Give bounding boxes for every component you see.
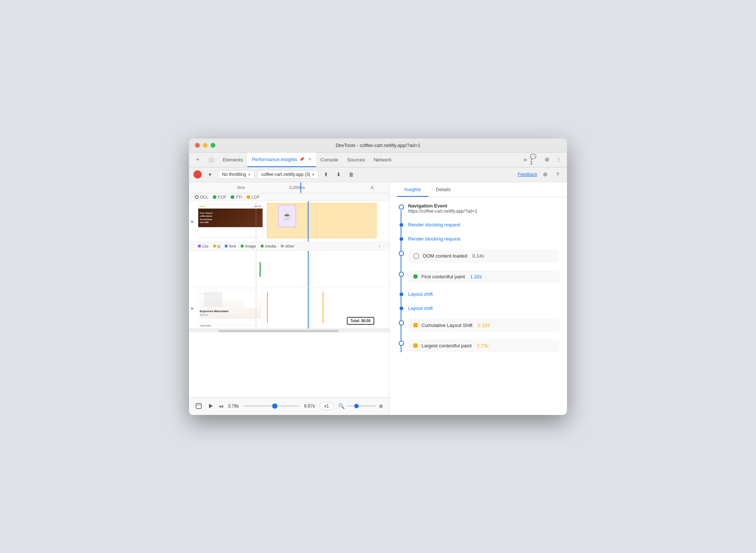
feedback-link[interactable]: Feedback [518,172,537,177]
tab-performance[interactable]: Performance insights 📌 ✕ [247,153,316,167]
lcp-card-value: 2.73s [477,343,489,349]
tab-console-label: Console [320,157,338,163]
font-dot [225,245,228,248]
layout-shift-2-link[interactable]: Layout shift [408,305,433,311]
track-expand-3[interactable]: ▶ [189,304,196,312]
feedback-icon-btn[interactable]: 💬 1 [530,154,540,165]
lcp-card-icon [413,343,418,348]
tab-cursor-tool[interactable]: ⌖ [192,153,203,167]
record-dropdown[interactable]: ▾ [205,169,215,180]
insight-render-block-1: Render blocking request [408,221,560,228]
url-dropdown[interactable]: coffee-cart.netlify.app (3) ▾ [257,170,319,179]
insights-tabs: Insights Details [390,182,567,197]
insight-navigation: Navigation Event https://coffee-cart.net… [408,203,560,214]
network-bar-font [260,262,261,277]
throttling-arrow: ▾ [248,173,250,177]
toolbar: ▾ No throttling ▾ coffee-cart.netlify.ap… [189,167,567,182]
current-time: 3.78s [228,403,239,409]
more-tabs-button[interactable]: » [521,153,530,167]
screenshot-icon [195,403,202,409]
insight-render-block-2: Render blocking request [408,235,560,242]
render-block-1-link[interactable]: Render blocking request [408,222,460,228]
render-block-2-dot [400,237,403,241]
timeline-panel: 0ms 3,200ms 6, DCL FCP TTI [189,182,390,415]
insights-tab-insights[interactable]: Insights [397,182,428,197]
legend-media: media [261,244,276,248]
end-time: 6.67s [304,403,315,409]
dashed-line-2 [256,251,256,288]
help-icon[interactable]: ? [553,170,563,179]
download-icon[interactable]: ⬇ [334,170,343,179]
scrollbar-thumb[interactable] [219,330,339,332]
track-expand-2[interactable] [189,265,196,273]
fcp-card-value: 1.32s [470,274,482,279]
coffee-hero: Free 1 bag ofcoffee beansfor purchaseove… [198,209,263,227]
tab-elements-label: Elements [223,157,243,163]
coffee-nav: menu cart (0) [198,204,263,209]
time-middle: 3,200ms [289,185,305,190]
fcp-insight-dot [399,272,404,277]
zoom-in-icon[interactable]: ⊕ [379,403,383,409]
record-button[interactable] [193,170,202,179]
zoom-thumb[interactable] [354,404,359,408]
shift-bar-1 [267,292,268,323]
close-button[interactable] [195,143,200,148]
shift-bar-2 [323,292,323,323]
coffee-cup-icon: ☕ [283,212,292,220]
tab-elements[interactable]: Elements [218,153,247,167]
zoom-controls: 🔍 ⊕ [338,403,383,409]
font-label: font [229,244,236,248]
legend-js: js [213,244,221,248]
dcl-radio [195,195,199,199]
horizontal-scrollbar[interactable] [189,329,389,333]
details-tab-label: Details [436,187,451,192]
tab-performance-label: Performance insights [252,157,297,162]
dcl-card-label: DOM content loaded [423,253,467,259]
tab-close-icon[interactable]: ✕ [308,157,312,162]
window-title: DevTools - coffee-cart.netlify.app/?ad=1 [336,143,420,148]
tti-dot [231,195,234,199]
insight-fcp: First contentful paint 1.32s [408,270,560,283]
speed-button[interactable]: x1 [319,402,334,410]
insights-tab-details[interactable]: Details [428,182,458,197]
track-expand-1[interactable]: ▶ [189,217,196,225]
upload-icon[interactable]: ⬆ [321,170,331,179]
throttling-dropdown[interactable]: No throttling ▾ [218,170,254,179]
tab-network[interactable]: Network [369,153,396,167]
milk-foam-label: milk foam [200,324,211,327]
js-dot [213,245,216,248]
css-dot [198,245,201,248]
insights-content: Navigation Event https://coffee-cart.net… [390,197,567,415]
render-block-2-link[interactable]: Render blocking request [408,236,460,242]
title-bar: DevTools - coffee-cart.netlify.app/?ad=1 [189,138,567,153]
insight-lcp: Largest contentful paint 2.73s [408,339,560,352]
expand-btn[interactable]: › [379,244,380,248]
maximize-button[interactable] [211,143,215,148]
cursor-line-3 [308,288,309,328]
delete-icon[interactable]: 🗑 [346,170,356,179]
render-block-1-dot [400,223,403,227]
svg-marker-2 [209,404,213,408]
skip-to-start-button[interactable]: ⏮ [219,403,224,409]
insight-dcl: DOM content loaded 0.14s [408,249,560,263]
main-content: 0ms 3,200ms 6, DCL FCP TTI [189,182,567,415]
time-scrubber[interactable] [243,405,300,407]
settings-gear-icon[interactable]: ⚙ [540,170,550,179]
more-options-icon[interactable]: ⋮ [554,154,564,165]
devtools-window: DevTools - coffee-cart.netlify.app/?ad=1… [189,138,567,415]
lcp-card-label: Largest contentful paint [421,343,472,349]
tab-device-tool[interactable]: ⬜ [203,153,218,167]
zoom-slider[interactable] [347,405,377,407]
layout-shift-1-link[interactable]: Layout shift [408,291,433,297]
tab-sources[interactable]: Sources [343,153,369,167]
insights-timeline: Navigation Event https://coffee-cart.net… [397,203,560,352]
minimize-button[interactable] [203,143,208,148]
screenshot-toggle-btn[interactable] [195,402,202,410]
insight-cls: Cumulative Layout Shift 0.193 [408,319,560,332]
tab-console[interactable]: Console [316,153,343,167]
settings-icon[interactable]: ⚙ [542,154,552,165]
zoom-out-icon[interactable]: 🔍 [338,403,345,409]
scrubber-thumb[interactable] [272,403,277,409]
play-button[interactable] [207,402,214,410]
timeline-tracks[interactable]: ▶ menu cart (0) [189,201,389,397]
